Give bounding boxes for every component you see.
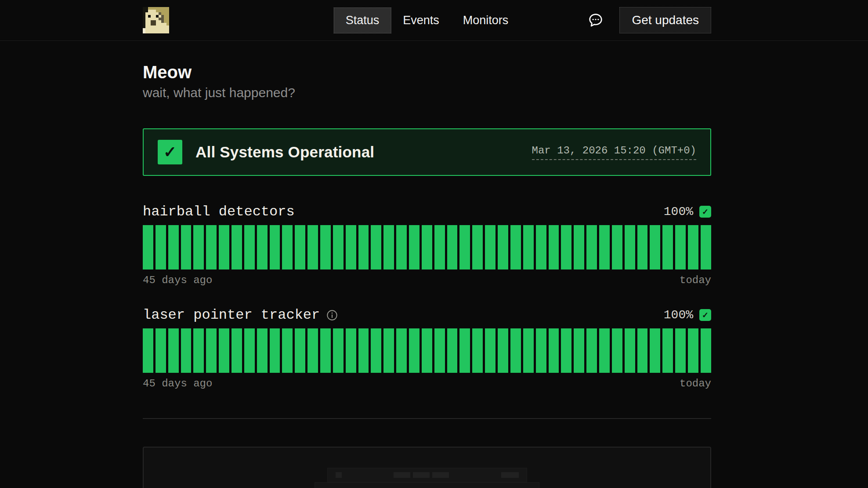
uptime-bar-day[interactable] [637,225,648,269]
uptime-bar-day[interactable] [422,328,432,373]
nav-tab-events[interactable]: Events [391,7,451,33]
uptime-bar-day[interactable] [257,328,268,373]
get-updates-button[interactable]: Get updates [619,7,711,33]
uptime-bar-day[interactable] [662,225,673,269]
uptime-bar-day[interactable] [447,225,458,269]
uptime-bar-day[interactable] [383,328,394,373]
uptime-bar-day[interactable] [219,225,229,269]
uptime-bar-day[interactable] [688,328,698,373]
uptime-bar-day[interactable] [574,225,584,269]
uptime-bar-day[interactable] [206,225,217,269]
uptime-bar-day[interactable] [625,328,635,373]
uptime-bar-day[interactable] [498,225,508,269]
uptime-bar-day[interactable] [193,328,204,373]
uptime-bar-day[interactable] [206,328,217,373]
uptime-bar-day[interactable] [396,328,407,373]
nav-tab-monitors[interactable]: Monitors [451,7,521,33]
uptime-bar-day[interactable] [549,225,559,269]
uptime-bar-day[interactable] [270,225,280,269]
uptime-bar-day[interactable] [561,328,571,373]
uptime-bar-day[interactable] [231,225,242,269]
uptime-bar-day[interactable] [244,225,255,269]
uptime-bar-day[interactable] [244,328,255,373]
uptime-bar-day[interactable] [307,225,318,269]
uptime-bar-day[interactable] [156,225,166,269]
uptime-bar-day[interactable] [549,328,559,373]
uptime-bar-day[interactable] [231,328,242,373]
uptime-bar-day[interactable] [523,225,534,269]
uptime-bar-day[interactable] [371,225,381,269]
uptime-bar-day[interactable] [282,225,293,269]
uptime-bar-day[interactable] [472,328,483,373]
uptime-bar-day[interactable] [156,328,166,373]
uptime-bar-day[interactable] [434,328,445,373]
uptime-bar-day[interactable] [358,225,369,269]
uptime-bar-day[interactable] [536,328,546,373]
uptime-bars [143,225,711,269]
uptime-bar-day[interactable] [282,328,293,373]
uptime-bar-day[interactable] [536,225,546,269]
uptime-bar-day[interactable] [358,328,369,373]
uptime-bar-day[interactable] [346,225,356,269]
uptime-bar-day[interactable] [181,328,192,373]
uptime-bar-day[interactable] [168,225,179,269]
uptime-bar-day[interactable] [193,225,204,269]
uptime-bar-day[interactable] [320,225,331,269]
uptime-bar-day[interactable] [168,328,179,373]
uptime-bar-day[interactable] [498,328,508,373]
uptime-bar-day[interactable] [485,225,495,269]
uptime-bar-day[interactable] [701,328,711,373]
uptime-bar-day[interactable] [637,328,648,373]
uptime-bar-day[interactable] [612,328,622,373]
nav-tab-status[interactable]: Status [334,7,391,33]
uptime-bar-day[interactable] [599,328,610,373]
uptime-bar-day[interactable] [383,225,394,269]
uptime-bar-day[interactable] [409,225,420,269]
uptime-bar-day[interactable] [422,225,432,269]
uptime-bar-day[interactable] [510,225,521,269]
uptime-bar-day[interactable] [143,328,153,373]
uptime-bar-day[interactable] [561,225,571,269]
uptime-bar-day[interactable] [307,328,318,373]
uptime-bar-day[interactable] [675,225,686,269]
uptime-bar-day[interactable] [270,328,280,373]
uptime-bar-day[interactable] [371,328,381,373]
uptime-bar-day[interactable] [409,328,420,373]
uptime-bar-day[interactable] [219,328,229,373]
cat-logo-image[interactable] [143,7,169,33]
uptime-bar-day[interactable] [447,328,458,373]
info-icon[interactable] [326,309,338,321]
uptime-bar-day[interactable] [574,328,584,373]
uptime-bar-day[interactable] [181,225,192,269]
uptime-bar-day[interactable] [675,328,686,373]
uptime-bar-day[interactable] [143,225,153,269]
uptime-bar-day[interactable] [612,225,622,269]
banner-timestamp[interactable]: Mar 13, 2026 15:20 (GMT+0) [532,145,696,160]
uptime-bar-day[interactable] [662,328,673,373]
uptime-bar-day[interactable] [295,328,305,373]
uptime-bar-day[interactable] [510,328,521,373]
uptime-bar-day[interactable] [701,225,711,269]
preview-block [501,472,519,478]
uptime-bar-day[interactable] [434,225,445,269]
uptime-bar-day[interactable] [586,328,597,373]
uptime-bar-day[interactable] [523,328,534,373]
uptime-bar-day[interactable] [650,328,660,373]
uptime-bar-day[interactable] [599,225,610,269]
uptime-bar-day[interactable] [625,225,635,269]
uptime-bar-day[interactable] [320,328,331,373]
uptime-bar-day[interactable] [333,328,344,373]
uptime-bar-day[interactable] [396,225,407,269]
uptime-bar-day[interactable] [459,328,470,373]
uptime-bar-day[interactable] [688,225,698,269]
uptime-bar-day[interactable] [586,225,597,269]
feedback-chat-button[interactable] [587,11,604,29]
uptime-bar-day[interactable] [650,225,660,269]
uptime-bar-day[interactable] [257,225,268,269]
uptime-bar-day[interactable] [295,225,305,269]
uptime-bar-day[interactable] [459,225,470,269]
uptime-bar-day[interactable] [346,328,356,373]
uptime-bar-day[interactable] [472,225,483,269]
uptime-bar-day[interactable] [333,225,344,269]
uptime-bar-day[interactable] [485,328,495,373]
